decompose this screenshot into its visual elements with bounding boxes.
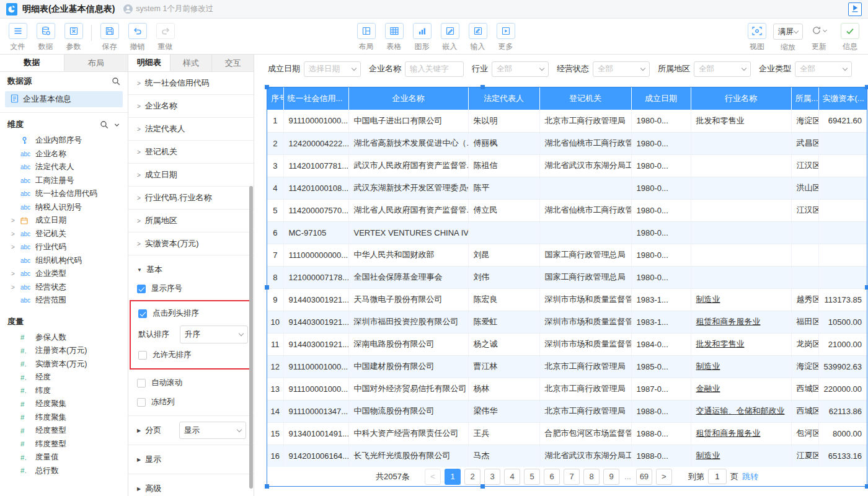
- selection-handle[interactable]: [865, 85, 868, 89]
- column-header-index[interactable]: 序号: [267, 87, 283, 110]
- industry-link[interactable]: 租赁和商务服务业: [696, 428, 761, 438]
- industry-link[interactable]: 交通运输、仓储和邮政业: [696, 406, 785, 415]
- panel-field[interactable]: >行业代码.行业名称: [128, 187, 254, 210]
- paging-section[interactable]: ▶ 分页 显示: [128, 420, 254, 441]
- page-button-6[interactable]: 6: [544, 469, 560, 485]
- toolbar-button-data[interactable]: 数据: [32, 19, 60, 52]
- toolbar-button-undo[interactable]: 撤销: [123, 19, 151, 52]
- measure-item-paid-capital[interactable]: #.实缴资本(万元): [0, 358, 128, 371]
- display-section[interactable]: ▶ 显示: [128, 449, 254, 470]
- filter-select-company-type[interactable]: 全部: [795, 61, 852, 77]
- industry-link[interactable]: 租赁和商务服务业: [696, 317, 761, 326]
- measure-item-latitude-int[interactable]: #纬度整型: [0, 438, 128, 451]
- auto-scroll-checkbox[interactable]: [137, 379, 146, 388]
- dimension-item-internal-no[interactable]: 企业内部序号: [0, 134, 128, 148]
- panel-field[interactable]: >企业名称: [128, 95, 254, 118]
- dimension-item-op-status[interactable]: >abc经营状态: [0, 281, 128, 294]
- industry-link[interactable]: 制造业: [696, 361, 720, 371]
- selection-handle[interactable]: [265, 484, 269, 489]
- column-header-industry[interactable]: 行业名称: [691, 87, 791, 110]
- selection-handle[interactable]: [480, 484, 485, 489]
- default-sort-select[interactable]: 升序: [180, 326, 248, 343]
- column-header-paid-capital[interactable]: 实缴资本(...: [818, 87, 867, 110]
- filter-input-company-name[interactable]: [405, 61, 464, 77]
- industry-link[interactable]: 批发和零售业: [696, 339, 745, 348]
- chevron-down-icon[interactable]: [823, 28, 827, 32]
- advanced-section[interactable]: ▶ 高级: [128, 478, 254, 496]
- measure-item-longitude[interactable]: #.经度: [0, 371, 128, 384]
- search-icon[interactable]: [100, 120, 108, 129]
- panel-field[interactable]: >成立日期: [128, 164, 254, 187]
- goto-button[interactable]: 跳转: [742, 471, 758, 482]
- measure-item-latitude-cluster[interactable]: #纬度聚集: [0, 411, 128, 425]
- table-cell[interactable]: 租赁和商务服务业: [691, 311, 791, 333]
- toolbar-button-layout[interactable]: 布局: [352, 19, 380, 52]
- toolbar-button-params[interactable]: 参数: [60, 19, 87, 52]
- paging-select[interactable]: 显示: [179, 422, 246, 439]
- measure-item-total-rows[interactable]: #.总行数: [0, 464, 128, 478]
- toolbar-button-redo[interactable]: 重做: [151, 19, 179, 52]
- industry-link[interactable]: 金融业: [696, 384, 720, 393]
- search-icon[interactable]: [112, 77, 120, 86]
- measure-item-insured-count[interactable]: #参保人数: [0, 331, 128, 345]
- industry-link[interactable]: 制造业: [696, 294, 720, 304]
- chevron-down-icon[interactable]: [113, 122, 120, 128]
- preview-run-button[interactable]: [848, 2, 862, 16]
- panel-tab-detail[interactable]: 明细表: [128, 55, 170, 71]
- selection-handle[interactable]: [480, 85, 485, 89]
- scrollbar[interactable]: [249, 186, 253, 489]
- page-button-69[interactable]: 69: [636, 469, 652, 485]
- dimension-item-registry[interactable]: >abc登记机关: [0, 228, 128, 241]
- datasource-item[interactable]: 企业基本信息: [5, 91, 123, 107]
- expand-icon[interactable]: >: [11, 231, 20, 237]
- page-button-2[interactable]: 2: [464, 469, 480, 485]
- filter-select-industry[interactable]: 全部: [492, 61, 549, 77]
- page-button-9[interactable]: 9: [603, 469, 619, 485]
- sidebar-tab-data[interactable]: 数据: [0, 55, 64, 71]
- dimension-item-biz-reg-no[interactable]: abc工商注册号: [0, 174, 128, 188]
- page-button-1[interactable]: 1: [445, 469, 461, 485]
- dimension-item-taxpayer-id[interactable]: abc纳税人识别号: [0, 201, 128, 215]
- dimension-item-legal-rep[interactable]: abc法定代表人: [0, 161, 128, 174]
- toolbar-button-embed[interactable]: 嵌入: [436, 19, 464, 52]
- panel-tab-style[interactable]: 样式: [170, 55, 213, 71]
- page-button-7[interactable]: 7: [564, 469, 580, 485]
- table-cell[interactable]: 金融业: [691, 378, 791, 400]
- page-button-8[interactable]: 8: [583, 469, 600, 485]
- panel-tab-interaction[interactable]: 交互: [212, 55, 254, 71]
- selection-handle[interactable]: [865, 484, 868, 489]
- measure-item-measure-value[interactable]: #.度量值: [0, 451, 128, 464]
- dimension-item-credit-code[interactable]: abc统一社会信用代码: [0, 187, 128, 201]
- goto-page-input[interactable]: [708, 469, 727, 484]
- toolbar-button-input[interactable]: 输入: [464, 19, 492, 52]
- allow-no-sort-checkbox[interactable]: [138, 351, 147, 360]
- selection-handle[interactable]: [865, 285, 868, 290]
- page-button-4[interactable]: 4: [504, 469, 520, 485]
- column-header-est-date[interactable]: 成立日期: [631, 87, 691, 110]
- measure-item-registered-capital[interactable]: #.注册资本(万元): [0, 344, 128, 358]
- column-header-registry[interactable]: 登记机关: [539, 87, 631, 110]
- dimension-item-industry-code[interactable]: >abc行业代码: [0, 241, 128, 254]
- column-header-credit-code[interactable]: 统一社会信用...: [283, 87, 348, 110]
- next-page-button[interactable]: >: [656, 469, 672, 485]
- toolbar-zoom-control[interactable]: 满屏 缩放: [773, 19, 804, 53]
- expand-icon[interactable]: >: [11, 217, 20, 224]
- filter-select-op-status[interactable]: 全部: [593, 61, 650, 77]
- column-header-district[interactable]: 所属...: [791, 87, 818, 110]
- selection-handle[interactable]: [265, 285, 269, 290]
- panel-field[interactable]: >法定代表人: [128, 118, 254, 141]
- table-cell[interactable]: 制造业: [691, 445, 791, 467]
- panel-field[interactable]: >登记机关: [128, 141, 254, 164]
- dimension-item-op-scope[interactable]: abc经营范围: [0, 294, 128, 308]
- measure-item-longitude-cluster[interactable]: #经度聚集: [0, 397, 128, 411]
- toolbar-button-chart[interactable]: 图形: [408, 19, 436, 52]
- sidebar-tab-layout[interactable]: 布局: [64, 55, 128, 71]
- page-button-3[interactable]: 3: [484, 469, 500, 485]
- detail-table-widget[interactable]: 序号统一社会信用...企业名称法定代表人登记机关成立日期行业名称所属...实缴资…: [267, 87, 867, 487]
- panel-field[interactable]: >所属地区: [128, 210, 254, 232]
- dimension-item-org-code[interactable]: abc组织机构代码: [0, 254, 128, 268]
- table-cell[interactable]: 租赁和商务服务业: [691, 422, 791, 445]
- table-cell[interactable]: 制造业: [691, 288, 791, 311]
- measure-item-latitude[interactable]: #.纬度: [0, 384, 128, 398]
- toolbar-button-save[interactable]: 保存: [95, 19, 123, 52]
